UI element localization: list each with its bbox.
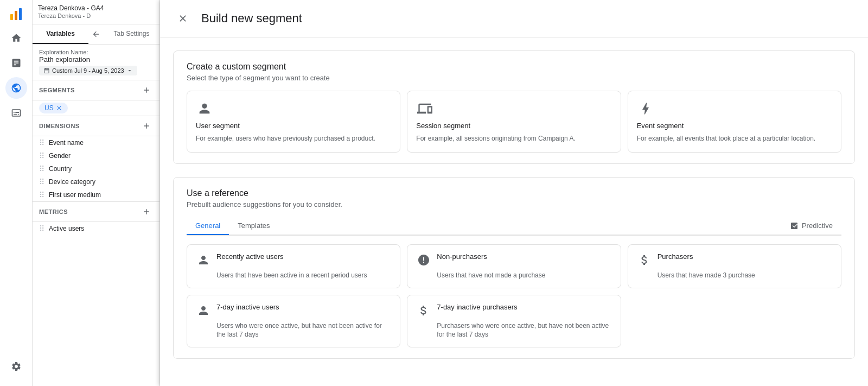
event-segment-option[interactable]: Event segment For example, all events th… [628,91,841,153]
collapse-variables-btn[interactable] [88,24,104,44]
date-range[interactable]: Custom Jul 9 - Aug 5, 2023 [39,66,137,75]
purchasers-desc: Users that have made 3 purchase [637,271,832,280]
purchasers-icon [637,252,652,268]
svg-rect-1 [15,11,17,20]
user-name: Tereza Denkova - GA4 [38,4,154,12]
user-segment-desc: For example, users who have previously p… [196,134,391,143]
session-segment-option[interactable]: Session segment For example, all session… [407,91,621,153]
session-segment-title: Session segment [416,122,611,130]
user-segment-icon [196,100,213,117]
non-purchasers-icon [416,252,431,268]
metrics-title: METRICS [39,208,140,215]
ref-card-purchasers[interactable]: Purchasers Users that have made 3 purcha… [628,244,841,288]
7day-inactive-purchasers-icon [416,303,431,318]
segment-chip-us[interactable]: US [39,103,68,113]
metric-active-users[interactable]: ⠿ Active users [33,222,159,235]
recently-active-icon [196,252,211,268]
non-purchasers-title: Non-purchasers [437,252,487,261]
segments-title: SEGMENTS [39,87,140,93]
nav-home[interactable] [5,27,27,49]
event-segment-desc: For example, all events that took place … [637,134,832,143]
nav-reports[interactable] [5,52,27,74]
reference-cards-grid: Recently active users Users that have be… [187,244,841,347]
7day-inactive-title: 7-day inactive users [216,303,279,311]
nav-explore[interactable] [5,77,27,99]
date-range-label: Custom Jul 9 - Aug 5, 2023 [52,67,124,74]
non-purchasers-desc: Users that have not made a purchase [416,271,611,280]
user-segment-option[interactable]: User segment For example, users who have… [187,91,400,153]
dimensions-title: DIMENSIONS [39,123,140,129]
segment-type-options: User segment For example, users who have… [187,91,841,153]
dim-gender[interactable]: ⠿ Gender [33,149,159,162]
dim-device-category[interactable]: ⠿ Device category [33,175,159,188]
dim-first-user-medium[interactable]: ⠿ First user medium [33,188,159,201]
add-dimension-btn[interactable] [140,119,153,132]
modal-close-btn[interactable] [173,9,193,28]
modal-title: Build new segment [201,11,302,26]
reference-section: Use a reference Prebuilt audience sugges… [173,177,855,359]
7day-inactive-purchasers-title: 7-day inactive purchasers [437,303,517,311]
reference-section-title: Use a reference [187,188,841,198]
svg-rect-2 [19,8,22,20]
session-segment-icon [416,100,433,117]
ref-card-7day-inactive-purchasers[interactable]: 7-day inactive purchasers Purchasers who… [407,295,621,348]
dim-event-name[interactable]: ⠿ Event name [33,136,159,149]
exploration-name: Path exploration [39,55,153,64]
reference-tabs: General Templates Predictive [187,217,841,236]
7day-inactive-desc: Users who were once active, but have not… [196,321,391,340]
purchasers-title: Purchasers [658,252,693,261]
event-segment-title: Event segment [637,122,832,130]
session-segment-desc: For example, all sessions originating fr… [416,134,611,143]
modal-header: Build new segment [160,0,868,37]
ref-card-non-purchasers[interactable]: Non-purchasers Users that have not made … [407,244,621,288]
create-section-subtitle: Select the type of segment you want to c… [187,74,841,82]
recently-active-desc: Users that have been active in a recent … [196,271,391,280]
svg-rect-0 [10,14,13,20]
recently-active-title: Recently active users [216,252,284,261]
tab-templates[interactable]: Templates [229,217,278,235]
add-metric-btn[interactable] [140,205,153,218]
add-segment-btn[interactable] [140,84,153,97]
nav-settings[interactable] [5,356,27,377]
7day-inactive-icon [196,303,211,318]
ref-card-recently-active[interactable]: Recently active users Users that have be… [187,244,400,288]
nav-advertising[interactable] [5,102,27,124]
dim-country[interactable]: ⠿ Country [33,162,159,175]
reference-section-subtitle: Prebuilt audience suggestions for you to… [187,200,841,208]
tab-tab-settings[interactable]: Tab Settings [104,24,159,44]
user-segment-title: User segment [196,122,391,130]
exploration-label: Exploration Name: [39,49,153,55]
account-name: Tereza Denkova - D [38,12,154,20]
create-segment-section: Create a custom segment Select the type … [173,50,855,164]
7day-inactive-purchasers-desc: Purchasers who were once active, but hav… [416,321,611,340]
create-section-title: Create a custom segment [187,62,841,72]
event-segment-icon [637,100,654,117]
tab-predictive[interactable]: Predictive [781,217,841,235]
tab-general[interactable]: General [187,217,229,235]
analytics-logo [9,7,24,22]
ref-card-7day-inactive[interactable]: 7-day inactive users Users who were once… [187,295,400,348]
tab-variables[interactable]: Variables [33,24,88,44]
